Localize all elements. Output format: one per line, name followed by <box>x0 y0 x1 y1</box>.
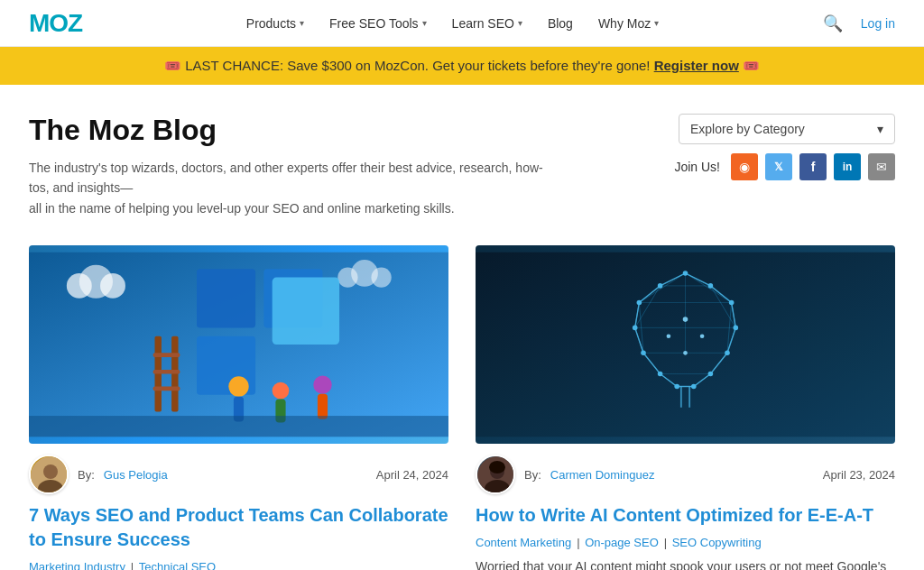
svg-point-58 <box>708 372 714 377</box>
author-row-2: By: Carmen Dominguez April 23, 2024 <box>476 446 895 503</box>
author-avatar-2 <box>476 455 515 494</box>
chevron-down-icon: ▾ <box>422 18 427 28</box>
svg-point-66 <box>683 317 688 322</box>
article-excerpt-2: Worried that your AI content might spook… <box>476 556 895 570</box>
svg-point-61 <box>658 372 663 377</box>
chevron-down-icon: ▾ <box>300 18 304 28</box>
nav-learn-seo[interactable]: Learn SEO ▾ <box>452 16 522 31</box>
blog-header: The Moz Blog The industry's top wizards,… <box>0 85 924 236</box>
svg-point-63 <box>633 326 638 331</box>
article-image-1 <box>29 245 448 444</box>
svg-point-59 <box>691 384 697 390</box>
author-by-2: By: <box>524 468 541 482</box>
brain-illustration <box>476 245 895 444</box>
twitter-icon[interactable]: 𝕏 <box>765 153 792 180</box>
banner-emoji-left: 🎟️ <box>164 58 181 73</box>
svg-point-20 <box>313 376 331 394</box>
articles-grid: By: Gus Pelogia April 24, 2024 7 Ways SE… <box>0 236 924 570</box>
svg-rect-7 <box>197 269 255 327</box>
article-title-2[interactable]: How to Write AI Content Optimized for E-… <box>476 503 895 528</box>
svg-point-65 <box>658 283 663 289</box>
banner-text: LAST CHANCE: Save $300 on MozCon. Get yo… <box>185 58 654 73</box>
svg-point-3 <box>100 273 125 299</box>
chevron-down-icon: ▾ <box>654 18 659 28</box>
author-name-2[interactable]: Carmen Dominguez <box>550 468 655 482</box>
nav-links: Products ▾ Free SEO Tools ▾ Learn SEO ▾ … <box>246 16 659 31</box>
rss-icon[interactable]: ◉ <box>731 153 758 180</box>
puzzle-illustration <box>29 245 448 444</box>
article-tag-1-1[interactable]: Technical SEO <box>139 560 216 570</box>
nav-free-seo-tools[interactable]: Free SEO Tools ▾ <box>329 16 427 31</box>
svg-point-69 <box>683 351 688 355</box>
svg-rect-15 <box>153 387 180 391</box>
svg-point-64 <box>637 300 642 306</box>
svg-point-68 <box>667 335 671 339</box>
author-name-1[interactable]: Gus Pelogia <box>104 468 168 482</box>
svg-point-67 <box>700 335 705 339</box>
svg-point-56 <box>734 326 739 331</box>
svg-point-54 <box>708 283 714 289</box>
article-date-2: April 23, 2024 <box>823 468 895 482</box>
svg-point-16 <box>228 377 248 397</box>
category-dropdown[interactable]: Explore by Category ▾ <box>679 114 895 144</box>
banner-register-link[interactable]: Register now <box>654 58 739 73</box>
linkedin-icon[interactable]: in <box>834 153 861 180</box>
article-tags-2: Content Marketing | On-page SEO | SEO Co… <box>476 535 895 549</box>
article-date-1: April 24, 2024 <box>376 468 448 482</box>
svg-point-53 <box>683 271 688 276</box>
article-tag-2-2[interactable]: SEO Copywriting <box>672 536 762 549</box>
article-card-2: By: Carmen Dominguez April 23, 2024 How … <box>476 245 895 570</box>
svg-rect-21 <box>318 394 328 419</box>
svg-point-60 <box>674 384 679 390</box>
chevron-down-icon: ▾ <box>877 122 883 136</box>
svg-rect-14 <box>153 370 180 374</box>
nav-why-moz[interactable]: Why Moz ▾ <box>598 16 659 31</box>
nav-right: 🔍 Log in <box>823 14 895 33</box>
article-image-2 <box>476 245 895 444</box>
article-tag-2-1[interactable]: On-page SEO <box>585 536 659 549</box>
blog-title: The Moz Blog <box>29 114 549 147</box>
author-avatar-1 <box>29 455 69 494</box>
article-tag-2-0[interactable]: Content Marketing <box>476 536 571 549</box>
svg-point-62 <box>641 351 646 356</box>
author-by-1: By: <box>78 468 95 482</box>
facebook-icon[interactable]: f <box>799 153 827 180</box>
svg-point-57 <box>725 351 730 356</box>
chevron-down-icon: ▾ <box>518 18 522 28</box>
svg-point-75 <box>489 461 505 473</box>
nav-products[interactable]: Products ▾ <box>246 16 304 31</box>
moz-logo[interactable]: MOZ <box>29 9 82 38</box>
search-button[interactable]: 🔍 <box>823 14 843 33</box>
nav-blog[interactable]: Blog <box>548 16 573 31</box>
social-row: Join Us! ◉ 𝕏 f in ✉ <box>674 153 895 180</box>
svg-point-24 <box>43 464 58 479</box>
svg-rect-13 <box>153 353 180 357</box>
article-tag-1-0[interactable]: Marketing Industry <box>29 560 125 570</box>
navigation: MOZ Products ▾ Free SEO Tools ▾ Learn SE… <box>0 0 924 47</box>
svg-point-18 <box>273 382 290 400</box>
announcement-banner: 🎟️ LAST CHANCE: Save $300 on MozCon. Get… <box>0 47 924 85</box>
article-tags-1: Marketing Industry | Technical SEO <box>29 559 448 570</box>
author-row-1: By: Gus Pelogia April 24, 2024 <box>29 446 448 503</box>
svg-point-55 <box>729 300 735 306</box>
svg-rect-10 <box>273 278 339 345</box>
article-title-1[interactable]: 7 Ways SEO and Product Teams Can Collabo… <box>29 503 448 552</box>
svg-rect-22 <box>29 416 448 437</box>
blog-title-section: The Moz Blog The industry's top wizards,… <box>29 114 549 218</box>
blog-description: The industry's top wizards, doctors, and… <box>29 158 549 218</box>
article-card-1: By: Gus Pelogia April 24, 2024 7 Ways SE… <box>29 245 448 570</box>
svg-point-6 <box>371 268 391 288</box>
banner-emoji-right: 🎟️ <box>743 58 760 73</box>
email-icon[interactable]: ✉ <box>868 153 895 180</box>
login-link[interactable]: Log in <box>861 16 895 31</box>
blog-sidebar: Explore by Category ▾ Join Us! ◉ 𝕏 f in … <box>674 114 895 180</box>
